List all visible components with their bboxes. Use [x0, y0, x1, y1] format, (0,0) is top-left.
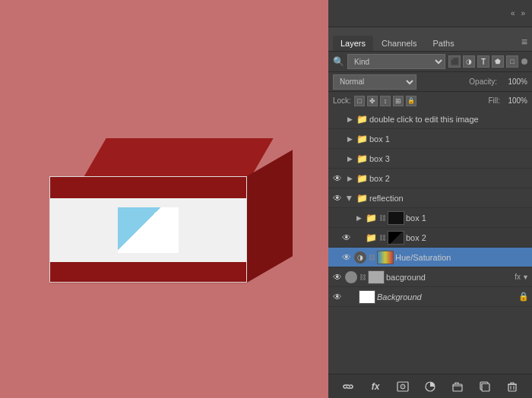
lock-badge-icon: 🔒: [518, 292, 529, 302]
fx-button[interactable]: fx: [368, 379, 383, 394]
box-front-top: [50, 177, 246, 198]
expand-arrow-icon[interactable]: ▶: [345, 115, 354, 124]
search-icon: 🔍: [333, 56, 344, 67]
expand-arrow-icon[interactable]: ▶: [345, 154, 354, 163]
layer-thumb: [388, 211, 404, 225]
folder-icon: 📁: [365, 212, 377, 224]
layer-item-sub-box2[interactable]: 👁 📁 ⛓ box 2: [328, 228, 532, 248]
fx-badge: fx: [515, 273, 521, 281]
expand-arrow-icon[interactable]: ▶: [354, 213, 363, 223]
chain-icon: ⛓: [378, 212, 386, 224]
expand-arrow-icon[interactable]: ▶: [345, 134, 354, 144]
folder-icon: 📁: [356, 192, 368, 204]
svg-point-1: [401, 384, 405, 389]
collapse-left-btn[interactable]: «: [508, 8, 518, 18]
eye-icon[interactable]: 👁: [331, 192, 344, 204]
pixel-filter-icon[interactable]: ⬛: [448, 55, 461, 68]
layers-list: ▶ 📁 double click to edit this image ▶ 📁 …: [328, 109, 532, 374]
folder-icon: 📁: [365, 232, 377, 244]
lock-pixels-icon[interactable]: □: [354, 96, 365, 106]
eye-icon[interactable]: 👁: [340, 232, 353, 244]
shape-filter-icon[interactable]: ⬟: [492, 55, 504, 68]
kind-select[interactable]: Kind Name Effect: [347, 54, 445, 69]
tabs-row: Layers Channels Paths ≡: [328, 27, 532, 52]
lock-icons: □ ✤ ↕ ⊞ 🔒: [354, 96, 416, 106]
layer-name: box 1: [369, 134, 529, 144]
layer-item-hue-sat[interactable]: 👁 ◑ ⛓ Hue/Saturation: [328, 248, 532, 267]
box-front-face: [49, 176, 247, 283]
layer-item-bacground[interactable]: 👁 ⛓ bacground fx ▼: [328, 267, 532, 287]
layer-name: box 3: [369, 154, 529, 163]
collapse-right-btn[interactable]: »: [518, 8, 527, 18]
layer-name: box 1: [406, 213, 529, 223]
adj-icon: [345, 271, 357, 283]
layer-item[interactable]: ▶ 📁 box 1: [328, 129, 532, 149]
layers-panel: « » Layers Channels Paths ≡ 🔍 Kind Name …: [328, 0, 532, 398]
adj-icon: ◑: [354, 251, 366, 264]
opacity-label: Opacity:: [469, 77, 497, 86]
folder-icon: 📁: [356, 113, 368, 125]
blend-mode-select[interactable]: Normal Multiply Screen Overlay: [333, 74, 416, 90]
lock-all-icon[interactable]: ⊞: [393, 96, 404, 106]
expand-arrow-icon[interactable]: [354, 233, 363, 242]
eye-placeholder: [331, 153, 344, 165]
folder-icon: 📁: [356, 133, 368, 145]
adj-filter-icon[interactable]: ◑: [463, 55, 475, 68]
layer-name-background: Background: [377, 292, 515, 302]
filter-icons: ⬛ ◑ T ⬟ □: [448, 55, 518, 68]
chain-icon: ⛓: [359, 271, 366, 283]
eye-icon[interactable]: 👁: [331, 291, 344, 303]
layer-name: box 2: [406, 233, 529, 242]
eye-icon[interactable]: 👁: [331, 172, 344, 185]
filter-active-dot: [521, 58, 527, 65]
lock-position-icon[interactable]: ✤: [367, 96, 378, 106]
expand-arrow-icon[interactable]: ▶: [345, 194, 354, 203]
layer-item-reflection[interactable]: 👁 ▶ 📁 reflection: [328, 188, 532, 208]
blend-row: Normal Multiply Screen Overlay Opacity: …: [328, 71, 532, 91]
layer-name-reflection: reflection: [369, 194, 529, 203]
tab-paths[interactable]: Paths: [426, 36, 462, 51]
eye-icon[interactable]: 👁: [340, 251, 353, 264]
box-art: [118, 207, 179, 253]
eye-placeholder: [331, 133, 344, 145]
chain-icon: ⛓: [368, 251, 375, 264]
opacity-value[interactable]: 100%: [500, 77, 527, 86]
delete-layer-icon[interactable]: [505, 379, 520, 394]
new-layer-icon[interactable]: [477, 379, 492, 394]
layer-name: box 2: [369, 174, 529, 183]
layer-thumb: [388, 231, 404, 245]
lock-artboard-icon[interactable]: ↕: [380, 96, 391, 106]
spacer: [345, 291, 357, 303]
lock-row: Lock: □ ✤ ↕ ⊞ 🔒 Fill: 100%: [328, 91, 532, 109]
add-adjustment-icon[interactable]: [423, 379, 438, 394]
expand-arrow-icon[interactable]: ▶: [345, 174, 354, 183]
smart-filter-icon[interactable]: □: [506, 55, 518, 68]
layer-item[interactable]: 👁 ▶ 📁 box 2: [328, 169, 532, 188]
box-reflection: [49, 275, 247, 284]
eye-placeholder: [340, 212, 353, 224]
layer-item-sub-box1[interactable]: ▶ 📁 ⛓ box 1: [328, 208, 532, 228]
filter-row: 🔍 Kind Name Effect ⬛ ◑ T ⬟ □: [328, 52, 532, 71]
add-mask-icon[interactable]: [395, 379, 410, 394]
link-layers-icon[interactable]: [340, 379, 356, 394]
layer-name-bacground: bacground: [386, 273, 511, 282]
fill-label: Fill:: [488, 96, 500, 105]
box-mockup: [49, 138, 277, 305]
tab-channels[interactable]: Channels: [374, 36, 424, 51]
layer-name-hue-sat: Hue/Saturation: [395, 253, 529, 262]
fx-chevron-icon[interactable]: ▼: [522, 273, 529, 281]
fill-value[interactable]: 100%: [503, 96, 527, 105]
type-filter-icon[interactable]: T: [477, 55, 489, 68]
tab-layers[interactable]: Layers: [333, 36, 373, 51]
canvas-area: [0, 0, 327, 398]
new-group-icon[interactable]: [450, 379, 465, 394]
layer-name: double click to edit this image: [369, 115, 529, 124]
layer-item-background[interactable]: 👁 Background 🔒: [328, 287, 532, 307]
eye-icon[interactable]: 👁: [331, 271, 344, 283]
lock-lock-icon[interactable]: 🔒: [406, 96, 416, 106]
svg-rect-5: [482, 384, 489, 391]
layer-item[interactable]: ▶ 📁 box 3: [328, 149, 532, 169]
panel-menu-icon[interactable]: ≡: [521, 36, 527, 51]
bottom-toolbar: fx: [328, 374, 532, 398]
layer-item[interactable]: ▶ 📁 double click to edit this image: [328, 109, 532, 129]
